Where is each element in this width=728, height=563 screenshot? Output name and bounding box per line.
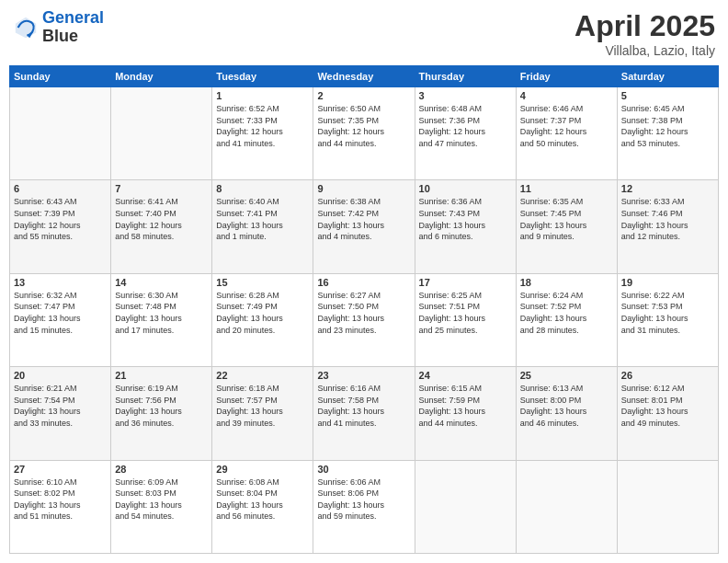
day-info: Sunrise: 6:22 AM Sunset: 7:53 PM Dayligh… — [621, 290, 714, 336]
day-info: Sunrise: 6:40 AM Sunset: 7:41 PM Dayligh… — [216, 196, 309, 242]
day-number: 18 — [520, 277, 613, 288]
day-number: 17 — [419, 277, 512, 288]
day-info: Sunrise: 6:33 AM Sunset: 7:46 PM Dayligh… — [621, 196, 714, 242]
calendar-cell-w5-d3: 30Sunrise: 6:06 AM Sunset: 8:06 PM Dayli… — [313, 460, 415, 553]
week-row-4: 20Sunrise: 6:21 AM Sunset: 7:54 PM Dayli… — [10, 367, 719, 460]
calendar-cell-w4-d3: 23Sunrise: 6:16 AM Sunset: 7:58 PM Dayli… — [313, 367, 415, 460]
day-info: Sunrise: 6:48 AM Sunset: 7:36 PM Dayligh… — [419, 103, 512, 149]
day-number: 23 — [317, 370, 410, 381]
calendar-cell-w2-d3: 9Sunrise: 6:38 AM Sunset: 7:42 PM Daylig… — [313, 180, 415, 273]
logo-line2: Blue — [42, 28, 104, 46]
calendar-cell-w4-d4: 24Sunrise: 6:15 AM Sunset: 7:59 PM Dayli… — [415, 367, 516, 460]
day-number: 4 — [520, 90, 613, 101]
week-row-2: 6Sunrise: 6:43 AM Sunset: 7:39 PM Daylig… — [10, 180, 719, 273]
day-info: Sunrise: 6:27 AM Sunset: 7:50 PM Dayligh… — [317, 290, 410, 336]
calendar-cell-w4-d5: 25Sunrise: 6:13 AM Sunset: 8:00 PM Dayli… — [516, 367, 617, 460]
week-row-1: 1Sunrise: 6:52 AM Sunset: 7:33 PM Daylig… — [10, 87, 719, 180]
calendar-cell-w3-d2: 15Sunrise: 6:28 AM Sunset: 7:49 PM Dayli… — [212, 273, 313, 366]
day-number: 1 — [216, 90, 309, 101]
day-number: 13 — [14, 277, 107, 288]
day-info: Sunrise: 6:35 AM Sunset: 7:45 PM Dayligh… — [520, 196, 613, 242]
col-tuesday: Tuesday — [212, 66, 313, 87]
calendar-cell-w5-d4 — [415, 460, 516, 553]
calendar-cell-w5-d5 — [516, 460, 617, 553]
calendar-cell-w4-d1: 21Sunrise: 6:19 AM Sunset: 7:56 PM Dayli… — [111, 367, 212, 460]
logo-text: General Blue — [42, 9, 104, 46]
location-subtitle: Villalba, Lazio, Italy — [574, 43, 715, 58]
day-info: Sunrise: 6:38 AM Sunset: 7:42 PM Dayligh… — [317, 196, 410, 242]
day-number: 6 — [14, 183, 107, 194]
weekday-header-row: Sunday Monday Tuesday Wednesday Thursday… — [10, 66, 719, 87]
day-info: Sunrise: 6:21 AM Sunset: 7:54 PM Dayligh… — [14, 383, 107, 429]
day-number: 11 — [520, 183, 613, 194]
calendar-cell-w1-d1 — [111, 87, 212, 180]
day-info: Sunrise: 6:32 AM Sunset: 7:47 PM Dayligh… — [14, 290, 107, 336]
month-title: April 2025 — [574, 9, 715, 43]
page: General Blue April 2025 Villalba, Lazio,… — [0, 0, 728, 563]
calendar-cell-w1-d6: 5Sunrise: 6:45 AM Sunset: 7:38 PM Daylig… — [617, 87, 718, 180]
day-info: Sunrise: 6:43 AM Sunset: 7:39 PM Dayligh… — [14, 196, 107, 242]
calendar-cell-w2-d0: 6Sunrise: 6:43 AM Sunset: 7:39 PM Daylig… — [10, 180, 111, 273]
day-number: 3 — [419, 90, 512, 101]
day-info: Sunrise: 6:24 AM Sunset: 7:52 PM Dayligh… — [520, 290, 613, 336]
day-number: 30 — [317, 464, 410, 475]
calendar-cell-w2-d1: 7Sunrise: 6:41 AM Sunset: 7:40 PM Daylig… — [111, 180, 212, 273]
day-number: 7 — [115, 183, 208, 194]
col-wednesday: Wednesday — [313, 66, 415, 87]
day-info: Sunrise: 6:52 AM Sunset: 7:33 PM Dayligh… — [216, 103, 309, 149]
title-block: April 2025 Villalba, Lazio, Italy — [574, 9, 715, 58]
day-number: 26 — [621, 370, 714, 381]
calendar-cell-w2-d4: 10Sunrise: 6:36 AM Sunset: 7:43 PM Dayli… — [415, 180, 516, 273]
calendar-cell-w2-d6: 12Sunrise: 6:33 AM Sunset: 7:46 PM Dayli… — [617, 180, 718, 273]
calendar-cell-w3-d1: 14Sunrise: 6:30 AM Sunset: 7:48 PM Dayli… — [111, 273, 212, 366]
calendar-cell-w5-d2: 29Sunrise: 6:08 AM Sunset: 8:04 PM Dayli… — [212, 460, 313, 553]
calendar-cell-w3-d6: 19Sunrise: 6:22 AM Sunset: 7:53 PM Dayli… — [617, 273, 718, 366]
day-info: Sunrise: 6:15 AM Sunset: 7:59 PM Dayligh… — [419, 383, 512, 429]
day-number: 10 — [419, 183, 512, 194]
day-number: 22 — [216, 370, 309, 381]
day-info: Sunrise: 6:28 AM Sunset: 7:49 PM Dayligh… — [216, 290, 309, 336]
calendar-cell-w1-d2: 1Sunrise: 6:52 AM Sunset: 7:33 PM Daylig… — [212, 87, 313, 180]
day-number: 5 — [621, 90, 714, 101]
day-info: Sunrise: 6:45 AM Sunset: 7:38 PM Dayligh… — [621, 103, 714, 149]
day-info: Sunrise: 6:50 AM Sunset: 7:35 PM Dayligh… — [317, 103, 410, 149]
calendar-cell-w2-d5: 11Sunrise: 6:35 AM Sunset: 7:45 PM Dayli… — [516, 180, 617, 273]
calendar-cell-w3-d5: 18Sunrise: 6:24 AM Sunset: 7:52 PM Dayli… — [516, 273, 617, 366]
day-number: 19 — [621, 277, 714, 288]
calendar-cell-w4-d0: 20Sunrise: 6:21 AM Sunset: 7:54 PM Dayli… — [10, 367, 111, 460]
day-number: 21 — [115, 370, 208, 381]
day-info: Sunrise: 6:46 AM Sunset: 7:37 PM Dayligh… — [520, 103, 613, 149]
day-number: 15 — [216, 277, 309, 288]
day-info: Sunrise: 6:10 AM Sunset: 8:02 PM Dayligh… — [14, 477, 107, 523]
day-info: Sunrise: 6:36 AM Sunset: 7:43 PM Dayligh… — [419, 196, 512, 242]
calendar-cell-w1-d4: 3Sunrise: 6:48 AM Sunset: 7:36 PM Daylig… — [415, 87, 516, 180]
day-number: 16 — [317, 277, 410, 288]
day-info: Sunrise: 6:30 AM Sunset: 7:48 PM Dayligh… — [115, 290, 208, 336]
day-number: 12 — [621, 183, 714, 194]
day-info: Sunrise: 6:06 AM Sunset: 8:06 PM Dayligh… — [317, 477, 410, 523]
col-monday: Monday — [111, 66, 212, 87]
logo-line1: General — [42, 8, 104, 27]
day-number: 14 — [115, 277, 208, 288]
calendar-cell-w3-d4: 17Sunrise: 6:25 AM Sunset: 7:51 PM Dayli… — [415, 273, 516, 366]
calendar-cell-w5-d1: 28Sunrise: 6:09 AM Sunset: 8:03 PM Dayli… — [111, 460, 212, 553]
calendar-table: Sunday Monday Tuesday Wednesday Thursday… — [9, 65, 719, 554]
header: General Blue April 2025 Villalba, Lazio,… — [9, 9, 719, 58]
day-number: 27 — [14, 464, 107, 475]
week-row-5: 27Sunrise: 6:10 AM Sunset: 8:02 PM Dayli… — [10, 460, 719, 553]
day-info: Sunrise: 6:19 AM Sunset: 7:56 PM Dayligh… — [115, 383, 208, 429]
calendar-cell-w1-d5: 4Sunrise: 6:46 AM Sunset: 7:37 PM Daylig… — [516, 87, 617, 180]
day-info: Sunrise: 6:18 AM Sunset: 7:57 PM Dayligh… — [216, 383, 309, 429]
day-info: Sunrise: 6:13 AM Sunset: 8:00 PM Dayligh… — [520, 383, 613, 429]
day-number: 2 — [317, 90, 410, 101]
calendar-cell-w4-d6: 26Sunrise: 6:12 AM Sunset: 8:01 PM Dayli… — [617, 367, 718, 460]
logo: General Blue — [13, 9, 104, 46]
day-info: Sunrise: 6:08 AM Sunset: 8:04 PM Dayligh… — [216, 477, 309, 523]
calendar-cell-w5-d6 — [617, 460, 718, 553]
calendar-cell-w4-d2: 22Sunrise: 6:18 AM Sunset: 7:57 PM Dayli… — [212, 367, 313, 460]
calendar-cell-w1-d0 — [10, 87, 111, 180]
day-info: Sunrise: 6:12 AM Sunset: 8:01 PM Dayligh… — [621, 383, 714, 429]
day-number: 8 — [216, 183, 309, 194]
calendar-cell-w3-d3: 16Sunrise: 6:27 AM Sunset: 7:50 PM Dayli… — [313, 273, 415, 366]
day-info: Sunrise: 6:09 AM Sunset: 8:03 PM Dayligh… — [115, 477, 208, 523]
